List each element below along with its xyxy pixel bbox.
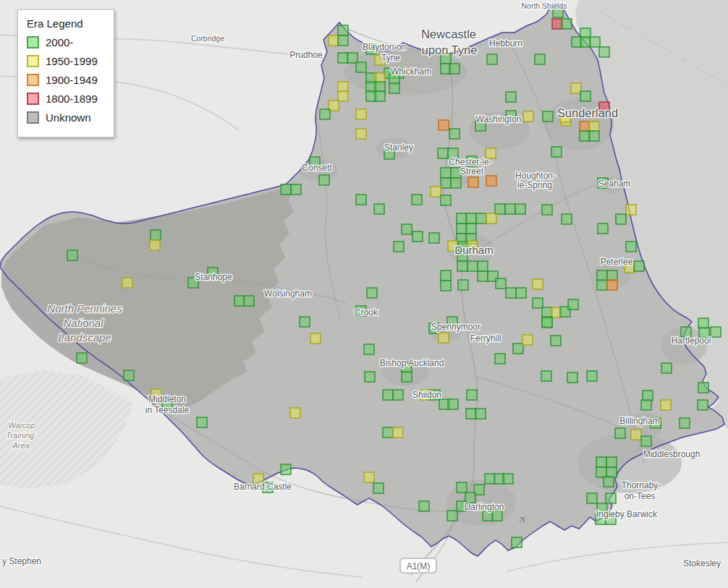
era-square-g[interactable] xyxy=(383,427,393,438)
era-square-g[interactable] xyxy=(478,271,488,281)
era-square-g[interactable] xyxy=(412,231,423,242)
map-view[interactable]: ✈North ShieldsHexhamCorbridgeNewcastleup… xyxy=(0,0,728,588)
era-square-g[interactable] xyxy=(319,175,329,185)
era-square-r[interactable] xyxy=(552,19,562,29)
era-square-g[interactable] xyxy=(495,204,505,214)
era-square-o[interactable] xyxy=(439,120,449,130)
era-square-g[interactable] xyxy=(467,390,477,400)
era-square-g[interactable] xyxy=(590,37,600,47)
era-square-g[interactable] xyxy=(375,82,385,92)
era-square-g[interactable] xyxy=(503,474,513,484)
era-square-y[interactable] xyxy=(533,279,543,289)
era-square-g[interactable] xyxy=(597,280,607,290)
era-square-g[interactable] xyxy=(568,299,578,310)
era-square-g[interactable] xyxy=(281,464,291,474)
era-square-y[interactable] xyxy=(338,91,348,101)
era-square-g[interactable] xyxy=(492,511,502,521)
era-square-g[interactable] xyxy=(580,91,591,101)
legend-item-2[interactable]: 1900-1949 xyxy=(27,74,106,86)
era-square-g[interactable] xyxy=(698,318,708,328)
era-square-g[interactable] xyxy=(661,363,672,373)
era-square-y[interactable] xyxy=(122,278,132,288)
era-square-g[interactable] xyxy=(320,109,330,119)
era-square-y[interactable] xyxy=(356,129,366,139)
era-square-g[interactable] xyxy=(77,353,87,363)
era-square-g[interactable] xyxy=(447,511,457,521)
era-square-g[interactable] xyxy=(512,537,522,547)
era-square-g[interactable] xyxy=(551,147,562,157)
era-square-y[interactable] xyxy=(523,111,533,122)
era-square-y[interactable] xyxy=(661,400,671,410)
era-square-y[interactable] xyxy=(393,427,403,438)
era-square-g[interactable] xyxy=(412,195,422,205)
era-square-g[interactable] xyxy=(513,344,523,354)
era-square-g[interactable] xyxy=(626,242,636,252)
era-square-y[interactable] xyxy=(356,109,366,119)
legend-item-0[interactable]: 2000- xyxy=(27,36,106,48)
era-square-y[interactable] xyxy=(631,430,641,440)
era-square-g[interactable] xyxy=(394,242,404,252)
era-square-g[interactable] xyxy=(441,168,451,178)
era-square-g[interactable] xyxy=(562,214,572,224)
era-square-g[interactable] xyxy=(466,223,476,234)
era-square-g[interactable] xyxy=(402,372,412,382)
era-square-g[interactable] xyxy=(367,288,377,298)
legend-item-1[interactable]: 1950-1999 xyxy=(27,55,106,67)
era-square-g[interactable] xyxy=(441,281,451,291)
era-square-g[interactable] xyxy=(419,501,429,511)
era-square-g[interactable] xyxy=(562,19,572,29)
era-square-y[interactable] xyxy=(364,472,374,482)
legend-item-4[interactable]: Unknown xyxy=(27,111,106,124)
era-square-g[interactable] xyxy=(589,131,599,141)
era-square-g[interactable] xyxy=(281,184,291,195)
era-square-g[interactable] xyxy=(551,336,561,346)
era-square-g[interactable] xyxy=(641,436,651,446)
era-square-g[interactable] xyxy=(596,457,606,467)
era-square-g[interactable] xyxy=(615,428,625,438)
era-square-g[interactable] xyxy=(641,400,651,410)
era-square-g[interactable] xyxy=(197,417,207,427)
era-square-g[interactable] xyxy=(467,261,478,271)
era-square-g[interactable] xyxy=(535,54,545,64)
era-square-g[interactable] xyxy=(457,213,467,223)
era-square-g[interactable] xyxy=(300,317,310,327)
era-square-g[interactable] xyxy=(124,370,134,380)
era-square-g[interactable] xyxy=(448,399,458,409)
era-square-g[interactable] xyxy=(515,204,525,214)
era-square-g[interactable] xyxy=(597,270,607,281)
era-square-y[interactable] xyxy=(150,240,160,250)
era-square-g[interactable] xyxy=(441,195,451,205)
era-square-g[interactable] xyxy=(607,270,617,281)
era-square-y[interactable] xyxy=(522,335,533,345)
era-square-g[interactable] xyxy=(606,493,616,503)
era-square-g[interactable] xyxy=(506,288,516,298)
era-square-y[interactable] xyxy=(290,408,300,418)
era-square-y[interactable] xyxy=(626,205,636,215)
era-square-g[interactable] xyxy=(338,35,348,46)
era-square-o[interactable] xyxy=(607,280,617,290)
era-square-g[interactable] xyxy=(393,390,403,400)
era-square-g[interactable] xyxy=(487,54,497,64)
era-square-g[interactable] xyxy=(151,230,161,240)
era-square-g[interactable] xyxy=(67,250,77,260)
era-square-g[interactable] xyxy=(533,298,543,308)
era-square-g[interactable] xyxy=(441,270,451,281)
era-square-g[interactable] xyxy=(383,390,393,400)
era-square-g[interactable] xyxy=(680,418,690,428)
era-square-y[interactable] xyxy=(329,35,339,46)
legend-item-3[interactable]: 1800-1899 xyxy=(27,93,106,105)
era-square-o[interactable] xyxy=(486,176,496,186)
era-square-g[interactable] xyxy=(542,307,552,318)
era-square-g[interactable] xyxy=(457,223,467,234)
era-square-g[interactable] xyxy=(365,372,375,382)
era-square-g[interactable] xyxy=(643,391,653,401)
era-square-y[interactable] xyxy=(589,122,599,132)
era-square-g[interactable] xyxy=(567,372,577,383)
era-square-g[interactable] xyxy=(483,511,493,521)
era-square-g[interactable] xyxy=(338,25,348,35)
era-square-g[interactable] xyxy=(458,280,468,290)
era-square-o[interactable] xyxy=(468,177,478,187)
era-square-g[interactable] xyxy=(438,148,448,158)
era-square-y[interactable] xyxy=(571,83,581,93)
era-square-o[interactable] xyxy=(580,122,590,132)
